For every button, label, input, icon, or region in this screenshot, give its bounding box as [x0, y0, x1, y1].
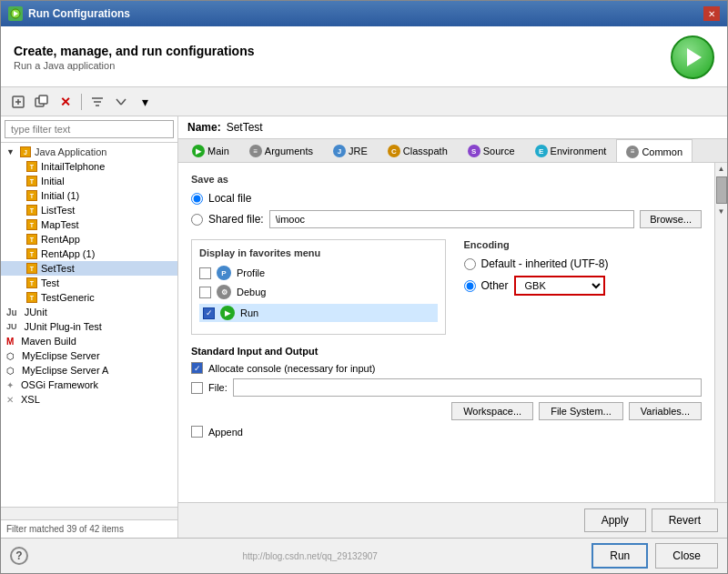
footer-buttons: Run Close — [592, 543, 718, 569]
revert-button[interactable]: Revert — [652, 509, 718, 532]
std-io-section: Standard Input and Output ✓ Allocate con… — [191, 346, 702, 438]
allocate-console-checkbox[interactable]: ✓ — [191, 362, 203, 374]
append-checkbox[interactable] — [191, 426, 203, 438]
profile-label: Profile — [237, 267, 265, 278]
jre-tab-icon: J — [333, 145, 346, 157]
footer-run-button[interactable]: Run — [592, 543, 648, 569]
menu-button[interactable]: ▾ — [135, 92, 155, 112]
variables-button[interactable]: Variables... — [629, 402, 702, 420]
new-config-button[interactable] — [8, 92, 28, 112]
list-item[interactable]: T Test — [1, 276, 177, 290]
tree-group-java[interactable]: ▼ J Java Application — [1, 145, 177, 159]
close-icon[interactable]: ✕ — [703, 6, 720, 21]
default-enc-label: Default - inherited (UTF-8) — [481, 257, 609, 270]
window-title: Run Configurations — [28, 7, 130, 20]
list-item[interactable]: Ju JUnit — [1, 305, 177, 319]
java-icon: T — [26, 205, 37, 216]
list-item[interactable]: T RentApp (1) — [1, 247, 177, 261]
file-checkbox[interactable] — [191, 382, 203, 394]
encoding-select[interactable]: GBK UTF-8 ISO-8859-1 — [514, 276, 605, 296]
run-button[interactable] — [671, 35, 714, 79]
delete-button[interactable]: ✕ — [56, 92, 76, 112]
list-item[interactable]: T RentApp — [1, 232, 177, 247]
save-as-section: Save as Local file Shared file: Browse..… — [191, 174, 702, 228]
classpath-tab-icon: C — [388, 145, 400, 157]
shared-file-input[interactable] — [269, 210, 634, 228]
apply-button[interactable]: Apply — [584, 509, 646, 532]
scroll-thumb[interactable] — [716, 176, 727, 204]
env-tab-icon: E — [535, 145, 548, 157]
debug-checkbox[interactable] — [199, 287, 211, 298]
run-checkbox[interactable]: ✓ — [203, 307, 215, 319]
app-icon — [8, 6, 23, 21]
main-tab-icon: ▶ — [192, 145, 205, 157]
tab-environment[interactable]: E Environment — [525, 139, 617, 162]
default-enc-row: Default - inherited (UTF-8) — [464, 257, 703, 270]
collapse-button[interactable] — [111, 92, 131, 112]
local-file-radio[interactable] — [191, 193, 203, 205]
tab-classpath[interactable]: C Classpath — [378, 139, 458, 162]
tab-arguments[interactable]: ≡ Arguments — [239, 139, 323, 162]
help-button[interactable]: ? — [10, 547, 28, 565]
other-enc-label: Other — [481, 279, 509, 292]
list-item[interactable]: ✕ XSL — [1, 392, 177, 407]
footer-close-button[interactable]: Close — [655, 543, 718, 569]
tab-common[interactable]: ≡ Common — [616, 139, 693, 163]
toolbar: ✕ ▾ — [1, 87, 727, 116]
std-io-title: Standard Input and Output — [191, 346, 702, 357]
list-item[interactable]: T Initial (1) — [1, 188, 177, 203]
workspace-button[interactable]: Workspace... — [451, 402, 533, 420]
tab-jre[interactable]: J JRE — [323, 139, 378, 162]
tab-source[interactable]: S Source — [458, 139, 525, 162]
debug-icon: ⚙ — [217, 285, 231, 299]
server-icon2: ⬡ — [6, 366, 15, 376]
java-icon: T — [26, 292, 37, 303]
duplicate-button[interactable] — [32, 92, 52, 112]
tab-main[interactable]: ▶ Main — [182, 139, 239, 162]
file-buttons: Workspace... File System... Variables... — [191, 402, 702, 420]
list-item[interactable]: T InitailTelphone — [1, 159, 177, 174]
scroll-up-icon[interactable]: ▲ — [716, 163, 727, 175]
shared-file-radio[interactable] — [191, 214, 203, 226]
list-item[interactable]: T MapTest — [1, 217, 177, 232]
list-item[interactable]: M Maven Build — [1, 334, 177, 348]
expand-icon: ▼ — [6, 147, 15, 156]
java-icon: T — [26, 176, 37, 186]
java-icon: T — [26, 219, 37, 230]
file-row: File: — [191, 378, 702, 397]
list-item[interactable]: T TestGeneric — [1, 290, 177, 305]
watermark: http://blog.csdn.net/qq_29132907 — [242, 551, 377, 561]
horizontal-scrollbar[interactable] — [1, 507, 177, 519]
default-enc-radio[interactable] — [464, 258, 476, 270]
profile-icon: P — [217, 266, 231, 280]
allocate-console-row: ✓ Allocate console (necessary for input) — [191, 362, 702, 374]
filter-button[interactable] — [87, 92, 107, 112]
list-item[interactable]: ⬡ MyEclipse Server — [1, 348, 177, 363]
profile-checkbox[interactable] — [199, 267, 211, 279]
list-item-settest[interactable]: T SetTest — [1, 261, 177, 276]
name-bar: Name: SetTest — [178, 116, 727, 139]
fav-run: ✓ ▶ Run — [199, 304, 438, 322]
debug-label: Debug — [237, 287, 266, 297]
java-app-icon: J — [20, 146, 31, 157]
file-input[interactable] — [233, 378, 702, 397]
scroll-down-icon[interactable]: ▼ — [716, 206, 727, 217]
config-name-value: SetTest — [227, 121, 718, 134]
list-item[interactable]: ✦ OSGi Framework — [1, 378, 177, 392]
list-item[interactable]: T ListTest — [1, 203, 177, 217]
server-icon: ⬡ — [6, 351, 15, 361]
encoding-title: Encoding — [464, 239, 703, 250]
vertical-scrollbar[interactable]: ▲ ▼ — [714, 163, 727, 502]
java-icon: T — [26, 234, 37, 245]
append-row: Append — [191, 426, 702, 438]
java-icon: T — [26, 248, 37, 259]
list-item[interactable]: ⬡ MyEclipse Server A — [1, 363, 177, 378]
svg-rect-6 — [39, 96, 47, 104]
file-label: File: — [208, 382, 228, 393]
search-input[interactable] — [5, 120, 174, 138]
browse-button[interactable]: Browse... — [640, 210, 702, 228]
file-system-button[interactable]: File System... — [539, 402, 623, 420]
other-enc-radio[interactable] — [464, 280, 476, 292]
list-item[interactable]: JU JUnit Plug-in Test — [1, 319, 177, 334]
list-item[interactable]: T Initial — [1, 174, 177, 188]
